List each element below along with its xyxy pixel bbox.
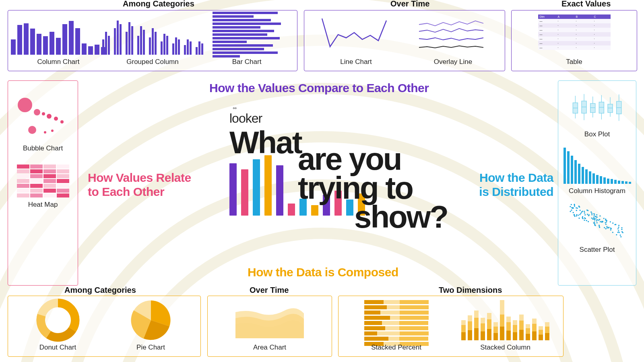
svg-point-77 — [584, 220, 585, 221]
svg-point-115 — [605, 224, 607, 225]
svg-rect-25 — [599, 102, 604, 113]
svg-point-68 — [610, 221, 611, 222]
svg-point-14 — [51, 130, 54, 132]
chart-scatter: Scatter Plot — [566, 202, 628, 254]
svg-point-11 — [60, 120, 64, 123]
header-relate-line2: to Each Other — [88, 185, 191, 199]
svg-point-103 — [594, 221, 595, 222]
header-distributed: How the Data is Distributed — [479, 171, 553, 199]
caption-overlay-line: Overlay Line — [434, 58, 472, 66]
svg-point-144 — [574, 206, 575, 207]
svg-point-98 — [578, 206, 580, 207]
chart-histogram: Column Histogram — [567, 146, 627, 195]
caption-grouped-column: Grouped Column — [126, 58, 178, 66]
svg-point-62 — [606, 226, 607, 227]
panel-compare-time: Line Chart Overlay Line — [304, 10, 505, 71]
label-over-time-top: Over Time — [390, 0, 429, 8]
svg-point-44 — [620, 236, 621, 237]
svg-point-145 — [596, 216, 597, 218]
svg-point-125 — [605, 222, 606, 223]
chart-heatmap: Heat Map — [17, 165, 69, 209]
svg-point-96 — [582, 211, 583, 212]
svg-point-121 — [599, 227, 600, 228]
svg-point-132 — [606, 220, 607, 221]
svg-point-70 — [616, 234, 617, 235]
header-compare: How the Values Compare to Each Other — [209, 81, 429, 95]
svg-point-85 — [571, 204, 572, 205]
svg-point-116 — [619, 232, 620, 233]
caption-column-chart: Column Chart — [37, 58, 80, 66]
svg-point-10 — [54, 117, 58, 121]
svg-point-63 — [621, 229, 622, 230]
svg-point-114 — [576, 215, 577, 216]
label-exact-values: Exact Values — [561, 0, 611, 8]
svg-point-101 — [595, 218, 597, 219]
chart-line: Line Chart — [320, 14, 392, 66]
label-over-time-bottom: Over Time — [250, 286, 289, 295]
caption-table: Table — [566, 58, 582, 66]
caption-area: Area Chart — [253, 343, 286, 352]
svg-point-139 — [586, 220, 587, 221]
svg-point-109 — [580, 210, 581, 211]
title-line3: trying to — [298, 174, 413, 203]
chart-pie: Pie Chart — [115, 300, 187, 352]
svg-point-8 — [42, 112, 45, 115]
svg-point-142 — [588, 215, 589, 216]
caption-stacked-pct: Stacked Percent — [371, 343, 421, 352]
svg-point-97 — [612, 222, 613, 224]
header-relate-line1: How Values Relate — [88, 171, 191, 185]
svg-point-130 — [594, 225, 596, 226]
title-line4: show? — [354, 203, 448, 232]
svg-point-74 — [587, 214, 588, 215]
chart-table: DimABC —··· —··· —··· —··· —··· —··· —··… — [538, 14, 611, 66]
caption-boxplot: Box Plot — [584, 130, 610, 138]
svg-point-133 — [580, 213, 581, 214]
svg-point-102 — [570, 211, 571, 212]
svg-point-84 — [618, 226, 619, 228]
svg-point-93 — [596, 214, 597, 215]
caption-stacked-col: Stacked Column — [480, 343, 530, 352]
caption-heatmap: Heat Map — [28, 201, 58, 209]
svg-point-151 — [591, 214, 592, 215]
svg-point-152 — [590, 212, 592, 213]
svg-point-111 — [593, 217, 594, 218]
svg-rect-28 — [608, 104, 613, 113]
caption-scatter: Scatter Plot — [580, 246, 615, 254]
brand-logo: lo°°oker — [229, 111, 443, 126]
svg-point-71 — [620, 234, 621, 236]
title-block: lo°°oker What are you trying to show? — [229, 111, 443, 157]
svg-rect-22 — [590, 103, 595, 113]
panel-compare-exact: DimABC —··· —··· —··· —··· —··· —··· —··… — [511, 10, 637, 71]
svg-point-9 — [47, 114, 52, 119]
chart-bar: Bar Chart — [211, 14, 283, 66]
panel-composed-time: Area Chart — [207, 296, 332, 357]
svg-point-126 — [610, 229, 611, 230]
svg-point-140 — [602, 221, 603, 222]
label-among-categories-top: Among Categories — [123, 0, 194, 8]
svg-point-83 — [576, 214, 577, 215]
chart-stacked-column: Stacked Column — [469, 300, 542, 352]
svg-point-123 — [593, 213, 594, 214]
caption-bubble: Bubble Chart — [23, 144, 63, 152]
svg-point-119 — [597, 222, 598, 223]
svg-point-67 — [584, 211, 585, 212]
svg-point-76 — [607, 227, 608, 228]
svg-point-72 — [610, 228, 611, 229]
chart-boxplot: Box Plot — [571, 89, 623, 138]
chart-overlay-line: Overlay Line — [417, 14, 489, 66]
svg-point-49 — [578, 218, 580, 219]
svg-point-78 — [570, 206, 571, 207]
chart-area: Area Chart — [233, 300, 306, 352]
svg-point-138 — [582, 216, 583, 217]
svg-point-149 — [594, 219, 595, 220]
svg-point-128 — [617, 232, 619, 233]
svg-point-48 — [606, 221, 607, 222]
chart-grouped-column: Grouped Column — [116, 14, 189, 66]
svg-point-106 — [584, 212, 585, 214]
svg-point-108 — [574, 204, 575, 206]
panel-composed-categories: Donut Chart Pie Chart — [8, 296, 201, 357]
svg-point-118 — [617, 228, 619, 229]
svg-point-59 — [577, 208, 578, 209]
header-relate: How Values Relate to Each Other — [88, 171, 191, 199]
svg-point-33 — [596, 220, 597, 222]
